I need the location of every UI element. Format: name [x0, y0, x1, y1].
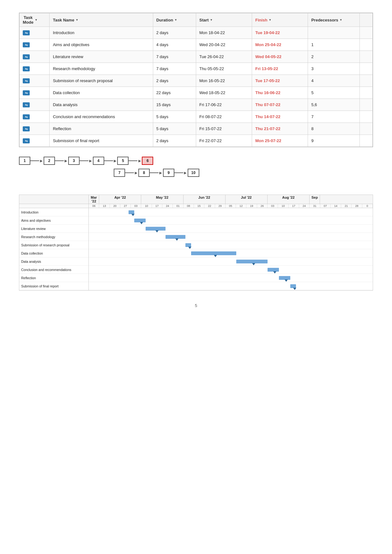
- cell-extra: [360, 39, 373, 51]
- dep-box-4: 4: [93, 157, 104, 165]
- dep-box-9: 9: [163, 169, 174, 177]
- col-header-duration[interactable]: Duration ▼: [153, 13, 196, 27]
- cell-start: Wed 20-04-22: [196, 39, 252, 51]
- col-label-start: Start: [199, 18, 209, 22]
- gantt-month-cell: May '22: [141, 195, 183, 204]
- cell-task-name: Aims and objectives: [50, 39, 153, 51]
- page-number-value: 5: [195, 303, 197, 308]
- sort-arrow-task-mode: ▼: [35, 18, 38, 21]
- col-label-task-name: Task Name: [53, 18, 74, 22]
- cell-start: Fri 08-07-22: [196, 111, 252, 123]
- gantt-bar-row: [89, 225, 373, 233]
- dep-arrow: ►: [174, 170, 188, 175]
- col-header-extra: [360, 13, 373, 27]
- gantt-week-cell: 13: [99, 204, 110, 208]
- col-label-finish: Finish: [255, 18, 267, 22]
- dep-arrow: ►: [80, 158, 93, 163]
- gantt-task-label: Research methodology: [19, 233, 88, 241]
- cell-duration: 2 days: [153, 135, 196, 147]
- gantt-bar-row: [89, 257, 373, 266]
- gantt-task-label: Submission of research proposal: [19, 241, 88, 249]
- table-row: ⇋ Aims and objectives 4 days Wed 20-04-2…: [20, 39, 373, 51]
- cell-duration: 15 days: [153, 99, 196, 111]
- dep-arrow: ►: [55, 158, 68, 163]
- cell-finish: Thu 07-07-22: [252, 99, 308, 111]
- gantt-week-cell: 06: [89, 204, 99, 208]
- gantt-header-spacer: [19, 195, 89, 204]
- gantt-week-cell: 03: [131, 204, 141, 208]
- task-mode-icon: ⇋: [23, 138, 30, 143]
- gantt-connector: [131, 214, 135, 216]
- cell-finish: Tue 19-04-22: [252, 27, 308, 39]
- cell-duration: 7 days: [153, 51, 196, 63]
- col-label-task-mode: TaskMode: [23, 15, 33, 25]
- col-header-task-name[interactable]: Task Name ▼: [50, 13, 153, 27]
- gantt-week-cell: 07: [320, 204, 331, 208]
- gantt-week-cell: 19: [246, 204, 257, 208]
- gantt-connector: [285, 280, 288, 282]
- col-header-finish[interactable]: Finish ▼: [252, 13, 308, 27]
- gantt-chart: Mar '22Apr '22May '22Jun '22Jul '22Aug '…: [19, 195, 373, 291]
- cell-extra: [360, 135, 373, 147]
- col-label-predecessors: Predecessors: [311, 18, 338, 22]
- cell-start: Thu 05-05-22: [196, 63, 252, 75]
- gantt-month-cell: Sep: [310, 195, 320, 204]
- cell-predecessors: 4: [308, 75, 360, 87]
- cell-task-mode: ⇋: [20, 123, 50, 135]
- col-header-task-mode[interactable]: TaskMode ▼: [20, 13, 50, 27]
- gantt-week-cell: 03: [268, 204, 278, 208]
- cell-finish: Mon 25-07-22: [252, 135, 308, 147]
- cell-finish: Tue 17-05-22: [252, 75, 308, 87]
- dep-arrow: ►: [125, 170, 138, 175]
- cell-finish: Thu 14-07-22: [252, 111, 308, 123]
- cell-task-mode: ⇋: [20, 63, 50, 75]
- dep-box-6: 6: [142, 157, 153, 165]
- cell-start: Mon 16-05-22: [196, 75, 252, 87]
- cell-finish: Fri 13-05-22: [252, 63, 308, 75]
- cell-duration: 2 days: [153, 75, 196, 87]
- col-header-predecessors[interactable]: Predecessors ▼: [308, 13, 360, 27]
- cell-start: Mon 18-04-22: [196, 27, 252, 39]
- task-mode-icon: ⇋: [23, 114, 30, 119]
- cell-finish: Mon 25-04-22: [252, 39, 308, 51]
- gantt-connector: [155, 230, 159, 232]
- gantt-task-label: Aims and objectives: [19, 216, 88, 225]
- gantt-week-cell: 20: [110, 204, 120, 208]
- cell-task-mode: ⇋: [20, 39, 50, 51]
- gantt-weeks-cells: 0613202703101724010815222905121926031017…: [89, 204, 373, 208]
- table-row: ⇋ Introduction 2 days Mon 18-04-22 Tue 1…: [20, 27, 373, 39]
- task-mode-icon: ⇋: [23, 78, 30, 83]
- sort-arrow-start: ▼: [210, 18, 213, 21]
- task-mode-icon: ⇋: [23, 54, 30, 59]
- gantt-month-cell: Jun '22: [184, 195, 226, 204]
- gantt-month-cell: Jul '22: [226, 195, 268, 204]
- dep-row-1: 1►2►3►4►5►6: [19, 157, 153, 165]
- page-number: 5: [19, 303, 373, 308]
- gantt-week-cell: 26: [257, 204, 268, 208]
- gantt-connector: [252, 263, 255, 265]
- gantt-week-cell: 24: [299, 204, 310, 208]
- cell-task-name: Reflection: [50, 123, 153, 135]
- cell-task-name: Introduction: [50, 27, 153, 39]
- dep-box-5: 5: [117, 157, 129, 165]
- dep-arrow: ►: [104, 158, 118, 163]
- cell-duration: 4 days: [153, 39, 196, 51]
- dep-box-3: 3: [68, 157, 80, 165]
- cell-extra: [360, 99, 373, 111]
- col-header-start[interactable]: Start ▼: [196, 13, 252, 27]
- task-mode-icon: ⇋: [23, 126, 30, 131]
- table-row: ⇋ Data collection 22 days Wed 18-05-22 T…: [20, 87, 373, 99]
- gantt-task-label: Data collection: [19, 249, 88, 257]
- cell-task-mode: ⇋: [20, 27, 50, 39]
- cell-duration: 22 days: [153, 87, 196, 99]
- cell-start: Fri 17-06-22: [196, 99, 252, 111]
- gantt-connector: [214, 255, 217, 257]
- gantt-task-label: Literature review: [19, 225, 88, 233]
- gantt-month-header: Mar '22Apr '22May '22Jun '22Jul '22Aug '…: [19, 195, 373, 204]
- cell-start: Wed 18-05-22: [196, 87, 252, 99]
- cell-task-name: Research methodology: [50, 63, 153, 75]
- gantt-task-label: Data analysis: [19, 257, 88, 266]
- task-mode-icon: ⇋: [23, 42, 30, 47]
- gantt-week-cell: 27: [120, 204, 131, 208]
- gantt-week-cell: 31: [310, 204, 320, 208]
